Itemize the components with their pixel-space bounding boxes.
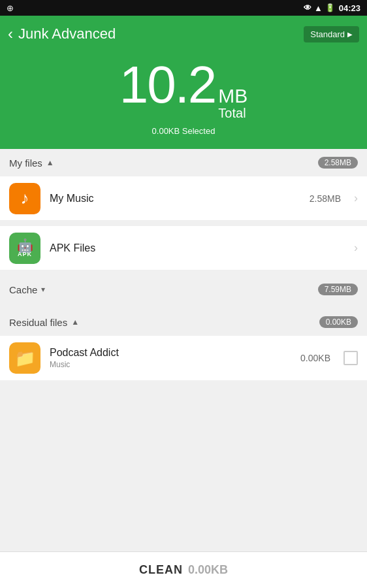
status-bar: ⊕ 👁 ▲ 🔋 04:23	[0, 0, 367, 16]
status-bar-left: ⊕	[7, 3, 14, 13]
bottom-bar[interactable]: CLEAN 0.00KB	[0, 551, 367, 588]
section-title-residual: Residual files	[9, 317, 67, 328]
podcast-label: Podcast Addict	[50, 347, 291, 359]
my-music-label: My Music	[50, 193, 300, 204]
eye-icon: 👁	[304, 3, 311, 12]
section-header-my-files[interactable]: My files ▲ 2.58MB	[0, 149, 367, 176]
hero-total-label: Total	[218, 106, 246, 121]
apk-robot-icon: 🤖	[17, 239, 33, 252]
toolbar: ‹ Junk Advanced Standard ▶	[0, 16, 367, 52]
status-icons: 👁 ▲ 🔋	[304, 3, 335, 13]
standard-arrow-icon: ▶	[347, 31, 353, 38]
separator-1	[0, 221, 367, 226]
toolbar-title: Junk Advanced	[18, 25, 116, 42]
hero-section: 10.2 MB Total 0.00KB Selected	[0, 52, 367, 149]
standard-button[interactable]: Standard ▶	[304, 26, 359, 42]
clock: 04:23	[339, 3, 360, 13]
section-title-my-files: My files	[9, 157, 42, 169]
content-area: My files ▲ 2.58MB ♪ My Music 2.58MB › 🤖 …	[0, 149, 367, 380]
cache-expand-icon: ▾	[41, 285, 45, 294]
section-header-cache-left: Cache ▾	[9, 284, 45, 295]
cache-badge: 7.59MB	[318, 284, 358, 295]
usb-icon: ⊕	[7, 3, 14, 13]
my-files-badge: 2.58MB	[318, 157, 358, 169]
standard-label: Standard	[310, 29, 345, 39]
apk-text-icon: 🤖 APK	[17, 239, 33, 257]
folder-icon: 📁	[14, 348, 35, 368]
status-bar-right: 👁 ▲ 🔋 04:23	[304, 3, 360, 13]
clean-button-size: 0.00KB	[188, 563, 228, 577]
separator-2	[0, 270, 367, 276]
my-music-chevron-icon: ›	[354, 191, 358, 205]
my-files-collapse-icon: ▲	[46, 158, 54, 167]
my-music-size: 2.58MB	[310, 193, 341, 204]
hero-selected-suffix: Selected	[180, 126, 215, 136]
section-header-residual[interactable]: Residual files ▲ 0.00KB	[0, 308, 367, 336]
back-icon: ‹	[8, 25, 13, 43]
residual-collapse-icon: ▲	[71, 318, 79, 327]
list-item-apk-files[interactable]: 🤖 APK APK Files ›	[0, 226, 367, 270]
section-title-cache: Cache	[9, 284, 37, 295]
podcast-checkbox[interactable]	[343, 351, 358, 365]
my-music-icon: ♪	[9, 183, 40, 214]
music-note-icon: ♪	[21, 188, 29, 208]
apk-files-chevron-icon: ›	[354, 241, 358, 255]
hero-unit-block: MB Total	[218, 86, 247, 121]
podcast-size: 0.00KB	[300, 353, 330, 363]
hero-number: 10.2	[120, 59, 216, 111]
residual-badge: 0.00KB	[319, 316, 358, 328]
podcast-sublabel: Music	[50, 360, 291, 369]
battery-icon: 🔋	[325, 3, 335, 12]
wifi-icon: ▲	[314, 3, 323, 13]
clean-button-label: CLEAN	[139, 563, 183, 577]
section-header-cache[interactable]: Cache ▾ 7.59MB	[0, 276, 367, 303]
apk-label: APK	[18, 251, 32, 257]
section-header-residual-left: Residual files ▲	[9, 317, 79, 328]
apk-files-label: APK Files	[50, 242, 345, 254]
separator-3	[0, 303, 367, 308]
hero-size-display: 10.2 MB Total	[120, 59, 248, 121]
toolbar-left: ‹ Junk Advanced	[8, 25, 116, 43]
apk-icon: 🤖 APK	[9, 233, 40, 264]
hero-selected: 0.00KB Selected	[152, 126, 215, 136]
list-item-podcast-addict[interactable]: 📁 Podcast Addict Music 0.00KB	[0, 336, 367, 380]
podcast-info: Podcast Addict Music	[50, 347, 291, 369]
list-item-my-music[interactable]: ♪ My Music 2.58MB ›	[0, 176, 367, 221]
hero-selected-value: 0.00KB	[152, 126, 180, 136]
podcast-icon: 📁	[9, 342, 40, 374]
hero-unit: MB	[218, 86, 247, 106]
back-button[interactable]: ‹	[8, 25, 13, 43]
section-header-my-files-left: My files ▲	[9, 157, 54, 169]
